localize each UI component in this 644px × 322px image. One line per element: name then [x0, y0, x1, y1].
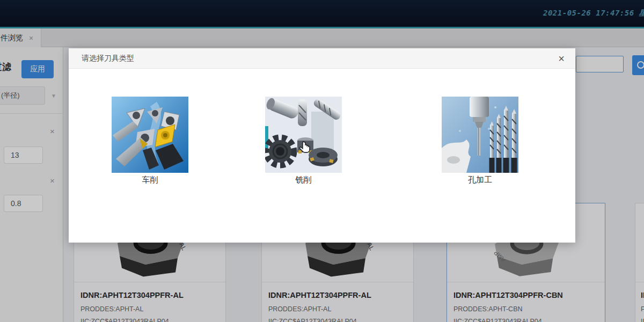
option-turning[interactable]: 车削: [112, 97, 188, 185]
dialog-header: 请选择刀具类型 ×: [69, 48, 575, 69]
option-holemaking[interactable]: 孔加工: [442, 97, 518, 185]
tool-type-dialog: 请选择刀具类型 ×: [69, 48, 575, 243]
option-label: 孔加工: [442, 175, 518, 185]
close-icon[interactable]: ×: [555, 48, 568, 69]
turning-image: [112, 97, 188, 173]
dialog-title: 请选择刀具类型: [69, 54, 134, 63]
milling-image: [265, 97, 342, 173]
holemaking-image: [442, 97, 518, 173]
option-label: 车削: [112, 175, 188, 185]
option-milling[interactable]: 铣削: [265, 97, 342, 185]
option-label: 铣削: [265, 175, 342, 185]
